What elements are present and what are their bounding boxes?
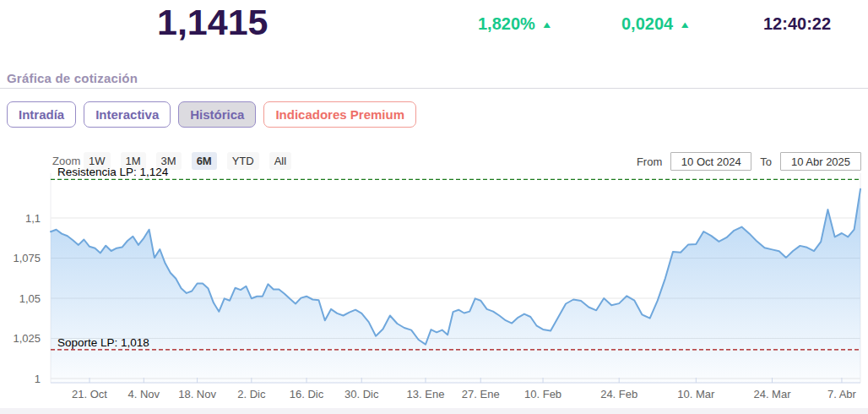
- price-chart[interactable]: 1,11,0751,051,0251Resistencia LP: 1,124S…: [0, 165, 868, 414]
- quote-header: 1,1415 1,820% ▲ 0,0204 ▲ 12:40:22: [0, 0, 868, 59]
- section-divider: [0, 88, 868, 89]
- x-axis-label: 27. Ene: [462, 388, 500, 400]
- quote-page: 1,1415 1,820% ▲ 0,0204 ▲ 12:40:22 Gráfic…: [0, 0, 868, 414]
- y-axis-label: 1: [35, 373, 41, 385]
- tab-historica[interactable]: Histórica: [178, 101, 256, 128]
- x-axis-label: 13. Ene: [407, 388, 445, 400]
- tab-interactiva[interactable]: Interactiva: [84, 101, 171, 128]
- price-value: 1,1415: [157, 2, 269, 43]
- change-percent-value: 1,820%: [478, 14, 535, 34]
- x-axis-label: 7. Abr: [827, 388, 857, 400]
- tab-indicadores-premium[interactable]: Indicadores Premium: [263, 101, 416, 128]
- x-axis-label: 2. Dic: [237, 388, 266, 400]
- bottom-strip: [0, 408, 868, 414]
- y-axis-label: 1,075: [13, 252, 41, 264]
- x-axis-label: 4. Nov: [127, 388, 160, 400]
- change-percent: 1,820% ▲: [478, 14, 553, 34]
- x-axis-label: 10. Feb: [524, 388, 561, 400]
- up-arrow-icon: ▲: [541, 19, 553, 30]
- x-axis-label: 24. Mar: [753, 388, 791, 400]
- support-line-label: Soporte LP: 1,018: [57, 336, 149, 349]
- y-axis-label: 1,1: [25, 212, 41, 225]
- change-absolute: 0,0204 ▲: [621, 14, 691, 34]
- change-absolute-value: 0,0204: [621, 14, 673, 34]
- x-axis-label: 18. Nov: [178, 388, 216, 400]
- section-title: Gráfica de cotización: [7, 71, 138, 85]
- resistance-line-label: Resistencia LP: 1,124: [57, 166, 169, 178]
- x-axis-label: 30. Dic: [344, 388, 379, 400]
- y-axis-label: 1,025: [13, 332, 41, 345]
- x-axis-label: 10. Mar: [677, 388, 715, 400]
- y-axis-label: 1,05: [19, 292, 41, 305]
- x-axis-label: 16. Dic: [290, 388, 324, 400]
- tab-intradia[interactable]: Intradía: [7, 101, 76, 128]
- price-chart-svg[interactable]: 1,11,0751,051,0251Resistencia LP: 1,124S…: [0, 165, 868, 414]
- x-axis-label: 24. Feb: [600, 388, 637, 400]
- quote-time: 12:40:22: [763, 14, 831, 34]
- x-axis-label: 21. Oct: [72, 388, 107, 400]
- up-arrow-icon: ▲: [679, 19, 691, 30]
- chart-tabs: Intradía Interactiva Histórica Indicador…: [7, 101, 416, 128]
